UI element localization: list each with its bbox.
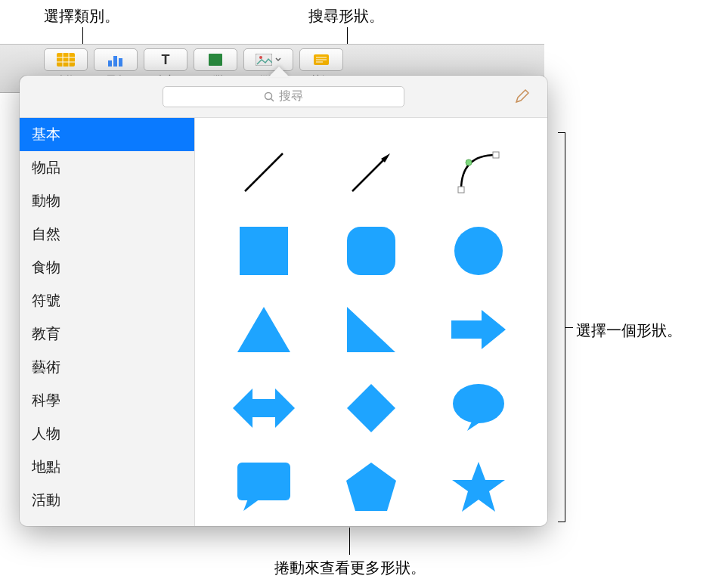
sidebar-item-symbols[interactable]: 符號 (20, 284, 194, 317)
sidebar-item-science[interactable]: 科學 (20, 384, 194, 417)
svg-marker-36 (346, 463, 396, 511)
svg-line-19 (352, 157, 386, 191)
sidebar-item-basic[interactable]: 基本 (20, 118, 194, 151)
sidebar-item-nature[interactable]: 自然 (20, 218, 194, 251)
svg-rect-21 (458, 187, 464, 193)
table-icon (57, 53, 75, 67)
sidebar-item-activities[interactable]: 活動 (20, 484, 194, 517)
shape-diamond[interactable] (337, 374, 405, 442)
svg-rect-0 (57, 53, 75, 67)
svg-point-26 (454, 227, 503, 275)
draw-tool-button[interactable] (511, 86, 532, 107)
svg-point-16 (265, 92, 272, 99)
shape-circle[interactable] (445, 217, 513, 285)
comment-icon (312, 53, 330, 67)
sidebar-item-places[interactable]: 地點 (20, 450, 194, 484)
svg-marker-37 (452, 462, 505, 512)
callout-line (565, 327, 573, 328)
shapes-popover: 搜尋 基本 物品 動物 自然 食物 符號 教育 藝術 科學 人物 地點 活動 (20, 76, 547, 526)
text-icon: T (156, 53, 175, 67)
pen-icon (513, 88, 530, 105)
svg-point-32 (453, 384, 504, 423)
category-sidebar[interactable]: 基本 物品 動物 自然 食物 符號 教育 藝術 科學 人物 地點 活動 (20, 118, 195, 526)
shape-line[interactable] (230, 138, 298, 206)
chevron-down-icon (275, 57, 281, 62)
shape-arrow-line[interactable] (337, 138, 405, 206)
callout-scroll-more: 捲動來查看更多形狀。 (274, 558, 426, 578)
sidebar-item-people[interactable]: 人物 (20, 417, 194, 450)
sidebar-item-objects[interactable]: 物品 (20, 151, 194, 184)
svg-rect-22 (493, 152, 499, 158)
svg-rect-24 (240, 227, 288, 275)
svg-line-18 (245, 153, 283, 191)
svg-point-23 (466, 159, 472, 166)
svg-rect-7 (119, 58, 122, 67)
search-icon (264, 91, 274, 102)
shape-pentagon[interactable] (337, 453, 405, 521)
shape-speech-bubble[interactable] (445, 374, 513, 442)
svg-line-17 (271, 98, 274, 101)
callout-search-shape: 搜尋形狀。 (308, 6, 384, 26)
svg-marker-31 (347, 384, 395, 432)
popover-body: 基本 物品 動物 自然 食物 符號 教育 藝術 科學 人物 地點 活動 (20, 118, 547, 526)
shape-rounded-square[interactable] (337, 217, 405, 285)
sidebar-item-art[interactable]: 藝術 (20, 351, 194, 384)
svg-rect-9 (209, 54, 222, 66)
popover-header: 搜尋 (20, 76, 547, 118)
sidebar-item-education[interactable]: 教育 (20, 317, 194, 351)
sidebar-item-food[interactable]: 食物 (20, 251, 194, 284)
svg-point-11 (259, 56, 262, 59)
shapes-grid[interactable] (195, 118, 547, 526)
shape-square[interactable] (230, 217, 298, 285)
shape-triangle[interactable] (230, 296, 298, 364)
callout-line (349, 528, 350, 555)
search-input[interactable]: 搜尋 (163, 86, 404, 107)
search-placeholder: 搜尋 (279, 88, 303, 104)
svg-marker-27 (237, 307, 290, 352)
svg-marker-28 (347, 307, 395, 352)
svg-rect-5 (108, 60, 112, 67)
svg-rect-6 (113, 56, 117, 67)
sidebar-item-animals[interactable]: 動物 (20, 184, 194, 218)
svg-marker-35 (243, 499, 260, 511)
svg-marker-29 (451, 310, 506, 349)
svg-rect-34 (237, 463, 290, 500)
callout-choose-shape: 選擇一個形狀。 (576, 320, 682, 341)
popover-arrow (268, 67, 290, 77)
callout-choose-category: 選擇類別。 (44, 6, 119, 26)
shape-arrow-double[interactable] (230, 374, 298, 442)
svg-text:T: T (162, 53, 170, 67)
shape-arrow-right[interactable] (445, 296, 513, 364)
chart-icon (107, 53, 125, 67)
shape-star[interactable] (445, 453, 513, 521)
shape-right-triangle[interactable] (337, 296, 405, 364)
svg-marker-30 (233, 388, 295, 428)
media-icon (256, 54, 272, 66)
svg-rect-25 (347, 227, 395, 275)
shape-icon (206, 53, 225, 67)
callout-bracket (558, 132, 565, 522)
shape-curve[interactable] (445, 138, 513, 206)
shape-callout-rect[interactable] (230, 453, 298, 521)
